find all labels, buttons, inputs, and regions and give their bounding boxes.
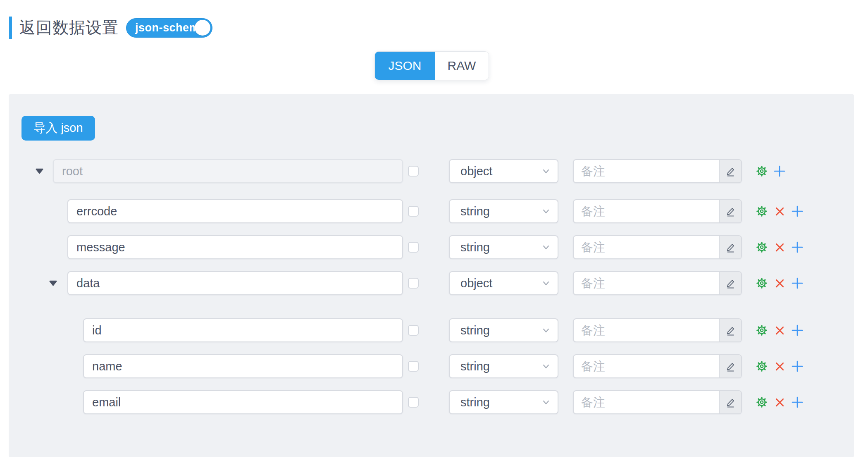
remark-field-group (573, 159, 742, 183)
gear-icon[interactable] (755, 323, 769, 337)
type-select[interactable]: string (449, 318, 558, 342)
edit-pen-icon[interactable] (719, 319, 741, 341)
delete-x-icon[interactable] (773, 240, 787, 254)
plus-icon[interactable] (773, 164, 787, 178)
delete-x-icon[interactable] (773, 395, 787, 409)
required-checkbox[interactable] (408, 166, 419, 177)
remark-input[interactable] (574, 272, 719, 294)
chevron-down-icon (540, 325, 552, 336)
field-name-input[interactable] (83, 318, 403, 342)
remark-field-group (573, 271, 742, 295)
type-select-value: string (460, 396, 490, 409)
field-name-input[interactable] (67, 199, 403, 223)
plus-icon[interactable] (790, 395, 804, 409)
type-select-value: object (460, 165, 492, 178)
type-select-value: object (460, 277, 492, 290)
plus-icon[interactable] (790, 276, 804, 290)
type-select-value: string (460, 241, 490, 254)
plus-icon[interactable] (790, 204, 804, 218)
data-children-group: string (9, 307, 854, 414)
caret-down-icon[interactable] (34, 167, 44, 175)
gear-icon[interactable] (755, 204, 769, 218)
required-checkbox[interactable] (408, 361, 419, 372)
delete-x-icon[interactable] (773, 276, 787, 290)
title-accent-bar (9, 17, 12, 39)
schema-row-message: string (9, 235, 854, 259)
required-checkbox[interactable] (408, 397, 419, 408)
gear-icon[interactable] (755, 359, 769, 373)
type-select[interactable]: string (449, 235, 558, 259)
schema-row-errcode: string (9, 199, 854, 223)
delete-x-icon[interactable] (773, 323, 787, 337)
schema-row-email: string (9, 390, 854, 414)
field-name-input (53, 159, 403, 183)
field-name-input[interactable] (67, 271, 403, 295)
caret-down-icon[interactable] (48, 279, 58, 287)
required-checkbox[interactable] (408, 206, 419, 217)
field-name-input[interactable] (67, 235, 403, 259)
required-checkbox[interactable] (408, 278, 419, 289)
view-mode-tabs: JSON RAW (374, 51, 489, 80)
chevron-down-icon (540, 396, 552, 408)
row-actions (755, 204, 804, 218)
schema-row-name: string (9, 354, 854, 378)
page-header: 返回数据设置 json-schema (9, 15, 212, 41)
required-checkbox[interactable] (408, 242, 419, 253)
field-name-input[interactable] (83, 390, 403, 414)
type-select-value: string (460, 205, 490, 218)
tab-raw[interactable]: RAW (435, 52, 489, 80)
remark-input[interactable] (574, 160, 719, 182)
gear-icon[interactable] (755, 276, 769, 290)
chevron-down-icon (540, 360, 552, 372)
chevron-down-icon (540, 277, 552, 289)
row-actions (755, 359, 804, 373)
page-title: 返回数据设置 (19, 17, 119, 39)
remark-field-group (573, 390, 742, 414)
remark-input[interactable] (574, 391, 719, 413)
delete-x-icon[interactable] (773, 204, 787, 218)
row-actions (755, 164, 787, 178)
schema-editor-panel: 导入 json object (9, 94, 854, 457)
edit-pen-icon[interactable] (719, 391, 741, 413)
row-actions (755, 323, 804, 337)
edit-pen-icon[interactable] (719, 272, 741, 294)
import-json-button[interactable]: 导入 json (21, 116, 95, 141)
schema-tree: object (9, 159, 854, 426)
remark-input[interactable] (574, 355, 719, 377)
edit-pen-icon[interactable] (719, 236, 741, 258)
json-schema-toggle[interactable]: json-schema (126, 18, 212, 38)
type-select[interactable]: string (449, 199, 558, 223)
remark-input[interactable] (574, 200, 719, 222)
gear-icon[interactable] (755, 240, 769, 254)
plus-icon[interactable] (790, 359, 804, 373)
type-select-value: string (460, 360, 490, 373)
gear-icon[interactable] (755, 164, 769, 178)
plus-icon[interactable] (790, 323, 804, 337)
schema-row-root: object (9, 159, 854, 183)
delete-x-icon[interactable] (773, 359, 787, 373)
remark-field-group (573, 235, 742, 259)
type-select[interactable]: string (449, 354, 558, 378)
remark-field-group (573, 199, 742, 223)
required-checkbox[interactable] (408, 325, 419, 336)
schema-row-id: string (9, 318, 854, 342)
row-actions (755, 240, 804, 254)
edit-pen-icon[interactable] (719, 200, 741, 222)
remark-input[interactable] (574, 319, 719, 341)
root-children-group: string (9, 199, 854, 414)
edit-pen-icon[interactable] (719, 355, 741, 377)
remark-field-group (573, 354, 742, 378)
remark-input[interactable] (574, 236, 719, 258)
chevron-down-icon (540, 241, 552, 253)
remark-field-group (573, 318, 742, 342)
type-select-value: string (460, 324, 490, 337)
toggle-knob (195, 20, 210, 36)
tab-json[interactable]: JSON (375, 52, 435, 80)
field-name-input[interactable] (83, 354, 403, 378)
type-select[interactable]: object (449, 271, 558, 295)
plus-icon[interactable] (790, 240, 804, 254)
type-select[interactable]: object (449, 159, 558, 183)
edit-pen-icon[interactable] (719, 160, 741, 182)
type-select[interactable]: string (449, 390, 558, 414)
gear-icon[interactable] (755, 395, 769, 409)
